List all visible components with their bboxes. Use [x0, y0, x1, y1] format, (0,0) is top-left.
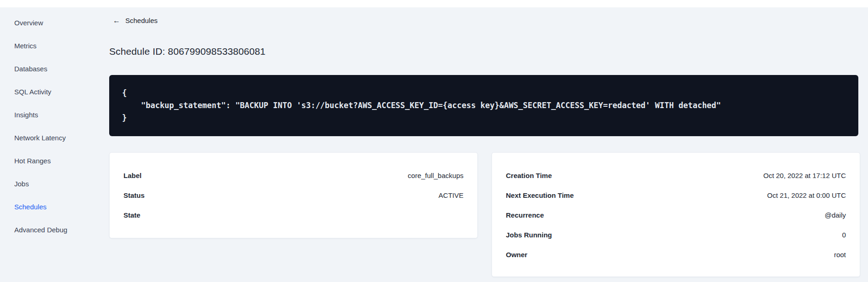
row-status: Status ACTIVE: [123, 185, 463, 205]
row-status-key: Status: [123, 191, 145, 199]
row-owner: Owner root: [506, 245, 846, 265]
sidebar-item-network-latency[interactable]: Network Latency: [0, 126, 97, 149]
row-owner-key: Owner: [506, 251, 528, 259]
back-to-schedules-link[interactable]: ← Schedules: [113, 17, 158, 24]
row-state-key: State: [123, 211, 141, 219]
sidebar-item-hot-ranges[interactable]: Hot Ranges: [0, 149, 97, 172]
row-creation-time-key: Creation Time: [506, 172, 552, 179]
row-label-key: Label: [123, 172, 141, 179]
top-strip: [0, 0, 868, 7]
row-jobs-running-key: Jobs Running: [506, 231, 552, 239]
row-label: Label core_full_backups: [123, 166, 463, 185]
sidebar-item-metrics[interactable]: Metrics: [0, 34, 97, 57]
row-jobs-running-value: 0: [842, 231, 846, 239]
row-creation-time-value: Oct 20, 2022 at 17:12 UTC: [763, 172, 846, 179]
sidebar-item-insights[interactable]: Insights: [0, 103, 97, 126]
sidebar-item-databases[interactable]: Databases: [0, 57, 97, 80]
row-creation-time: Creation Time Oct 20, 2022 at 17:12 UTC: [506, 166, 846, 185]
row-label-value: core_full_backups: [408, 172, 463, 179]
sidebar-item-schedules[interactable]: Schedules: [0, 195, 97, 218]
back-link-label: Schedules: [125, 17, 158, 24]
row-owner-value: root: [834, 251, 846, 259]
backup-statement-code-block: { "backup_statement": "BACKUP INTO 's3:/…: [109, 75, 858, 136]
row-recurrence-key: Recurrence: [506, 211, 544, 219]
row-next-execution-time: Next Execution Time Oct 21, 2022 at 0:00…: [506, 185, 846, 205]
sidebar-item-advanced-debug[interactable]: Advanced Debug: [0, 218, 97, 241]
sidebar-nav: Overview Metrics Databases SQL Activity …: [0, 7, 97, 241]
sidebar-item-overview[interactable]: Overview: [0, 11, 97, 34]
sidebar-item-sql-activity[interactable]: SQL Activity: [0, 80, 97, 103]
row-next-execution-time-key: Next Execution Time: [506, 191, 574, 199]
row-next-execution-time-value: Oct 21, 2022 at 0:00 UTC: [767, 191, 846, 199]
row-jobs-running: Jobs Running 0: [506, 225, 846, 245]
code-line: }: [122, 112, 845, 124]
row-recurrence: Recurrence @daily: [506, 205, 846, 225]
schedule-details-card: Label core_full_backups Status ACTIVE St…: [109, 152, 478, 238]
code-line: {: [122, 87, 845, 99]
page-title: Schedule ID: 806799098533806081: [109, 46, 265, 57]
arrow-left-icon: ←: [113, 17, 120, 24]
row-recurrence-value: @daily: [825, 211, 846, 219]
row-state: State: [123, 205, 463, 225]
schedule-timing-card: Creation Time Oct 20, 2022 at 17:12 UTC …: [492, 152, 860, 277]
sidebar-item-jobs[interactable]: Jobs: [0, 172, 97, 195]
code-line: "backup_statement": "BACKUP INTO 's3://b…: [122, 99, 845, 112]
row-status-value: ACTIVE: [439, 191, 463, 199]
